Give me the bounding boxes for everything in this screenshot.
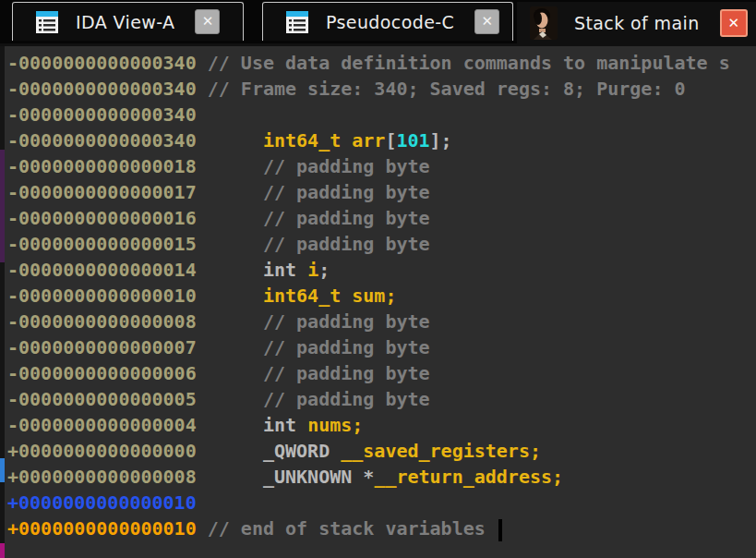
close-icon[interactable]: ✕ <box>720 9 748 37</box>
stack-line[interactable]: -0000000000000340 // Use data definition… <box>5 50 756 76</box>
tab-stack-of-main[interactable]: Stack of main ✕ <box>517 2 756 44</box>
tab-label: Stack of main <box>574 13 700 33</box>
ida-stack-window: IDA View-A ✕ Pseudocode-C ✕ <box>0 0 756 558</box>
stack-line[interactable]: -0000000000000340 <box>5 102 756 127</box>
stack-text: // padding byte <box>197 233 430 255</box>
stack-text: // Frame size: 340; Saved regs: 8; Purge… <box>197 78 686 100</box>
stack-text <box>197 466 263 488</box>
stack-text <box>197 129 263 152</box>
tab-pseudocode-c[interactable]: Pseudocode-C ✕ <box>262 2 513 41</box>
stack-text: [ <box>385 129 396 152</box>
stack-offset: -0000000000000340 <box>7 52 197 74</box>
stack-text <box>197 285 263 307</box>
stack-offset: -0000000000000017 <box>7 181 197 203</box>
stack-offset: -0000000000000014 <box>7 259 197 281</box>
stack-offset: -0000000000000018 <box>7 155 197 177</box>
stack-text: int <box>197 414 307 436</box>
disasm-view-icon <box>285 10 309 34</box>
stack-text: nums; <box>307 414 363 436</box>
stack-text: int64_t sum; <box>263 285 397 307</box>
stack-line[interactable]: +0000000000000010 <box>5 490 756 516</box>
stack-offset: +0000000000000010 <box>7 517 197 540</box>
disasm-view-icon <box>35 10 59 34</box>
stack-line[interactable]: +0000000000000000 _QWORD __saved_registe… <box>5 438 756 464</box>
stack-offset: -0000000000000016 <box>7 207 197 229</box>
stack-line[interactable]: +0000000000000008 _UNKNOWN *__return_add… <box>5 464 756 490</box>
stack-line[interactable]: -0000000000000005 // padding byte <box>5 386 756 412</box>
stack-offset: -0000000000000010 <box>7 285 197 307</box>
stack-text: _QWORD <box>263 440 341 462</box>
stack-line[interactable]: -0000000000000018 // padding byte <box>5 153 756 179</box>
close-icon[interactable]: ✕ <box>195 9 220 34</box>
stack-offset: -0000000000000340 <box>7 103 197 126</box>
stack-text: int64_t arr <box>263 129 385 152</box>
stack-text: ; <box>318 259 330 281</box>
stack-text: i <box>307 259 318 281</box>
stack-line[interactable]: -0000000000000006 // padding byte <box>5 360 756 386</box>
stack-offset: -0000000000000340 <box>7 129 197 152</box>
stack-offset: -0000000000000340 <box>7 78 197 100</box>
stack-line[interactable]: -0000000000000340 int64_t arr[101]; <box>5 127 756 153</box>
stack-text: // padding byte <box>197 155 430 177</box>
text-cursor <box>498 519 502 541</box>
stack-line[interactable]: -0000000000000008 // padding byte <box>5 309 756 334</box>
stack-offset: +0000000000000010 <box>7 491 197 514</box>
stack-text: // padding byte <box>197 388 430 410</box>
stack-text: __return_address; <box>374 466 563 488</box>
stack-frame-view[interactable]: -0000000000000340 // Use data definition… <box>5 46 756 558</box>
stack-text: // padding byte <box>197 336 430 358</box>
stack-text: 101 <box>396 129 429 152</box>
stack-offset: -0000000000000015 <box>7 233 197 255</box>
stack-line[interactable]: -0000000000000016 // padding byte <box>5 205 756 231</box>
tab-ida-view-a[interactable]: IDA View-A ✕ <box>12 2 244 41</box>
stack-text: ]; <box>430 129 452 152</box>
close-icon[interactable]: ✕ <box>474 9 499 34</box>
stack-offset: -0000000000000007 <box>7 336 197 358</box>
stack-line[interactable]: -0000000000000017 // padding byte <box>5 179 756 205</box>
stack-text <box>197 440 263 462</box>
portrait-icon <box>530 6 558 40</box>
stack-offset: -0000000000000006 <box>7 362 197 384</box>
stack-line[interactable]: -0000000000000340 // Frame size: 340; Sa… <box>5 76 756 102</box>
stack-line[interactable]: -0000000000000015 // padding byte <box>5 231 756 257</box>
tab-bar: IDA View-A ✕ Pseudocode-C ✕ <box>0 0 756 46</box>
stack-line[interactable]: -0000000000000004 int nums; <box>5 412 756 438</box>
stack-text: _UNKNOWN * <box>263 466 374 488</box>
stack-offset: -0000000000000008 <box>7 310 197 333</box>
tab-label: Pseudocode-C <box>326 12 454 32</box>
stack-text: // padding byte <box>197 362 430 384</box>
stack-offset: +0000000000000000 <box>7 440 197 462</box>
stack-text: __saved_registers; <box>341 440 541 462</box>
stack-text: // padding byte <box>197 207 430 229</box>
stack-line[interactable]: -0000000000000007 // padding byte <box>5 334 756 360</box>
stack-text: // padding byte <box>197 181 430 203</box>
stack-line[interactable]: -0000000000000014 int i; <box>5 257 756 283</box>
stack-line[interactable]: -0000000000000010 int64_t sum; <box>5 283 756 309</box>
stack-text: // end of stack variables <box>197 517 497 540</box>
stack-line[interactable]: +0000000000000010 // end of stack variab… <box>5 516 756 541</box>
stack-offset: -0000000000000005 <box>7 388 197 410</box>
tab-label: IDA View-A <box>76 12 174 32</box>
stack-offset: +0000000000000008 <box>7 466 197 488</box>
stack-text: int <box>197 259 307 281</box>
stack-text: // padding byte <box>197 310 430 333</box>
stack-text: // Use data definition commands to manip… <box>197 52 730 74</box>
stack-offset: -0000000000000004 <box>7 414 197 436</box>
